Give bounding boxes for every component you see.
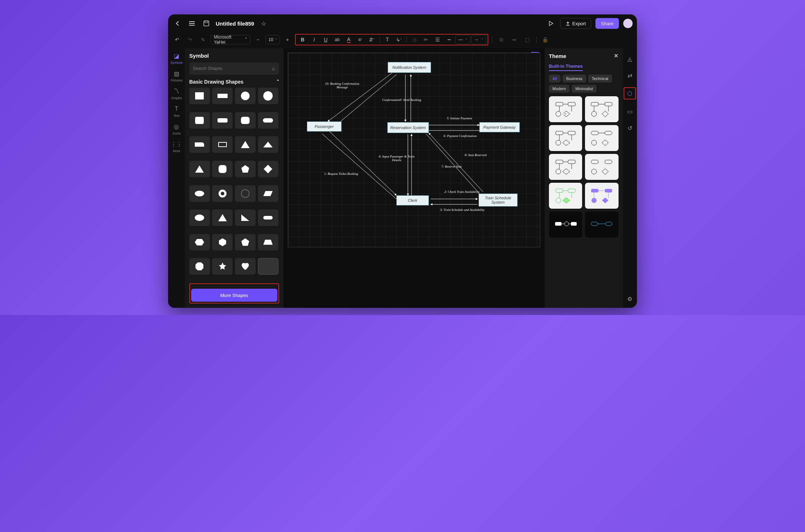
shape-right-triangle[interactable]: [235, 209, 255, 226]
theme-card[interactable]: [585, 212, 618, 238]
shape-ellipse[interactable]: [189, 185, 210, 202]
line-end-select[interactable]: → ˅: [471, 35, 486, 44]
bold-button[interactable]: B: [297, 35, 308, 44]
shape-diamond[interactable]: [258, 161, 278, 177]
shape-triangle-up[interactable]: [189, 161, 210, 177]
italic-button[interactable]: I: [309, 35, 320, 44]
rail-text[interactable]: TText: [169, 105, 184, 118]
history-icon[interactable]: ↺: [625, 123, 634, 133]
shape-octagon[interactable]: [189, 258, 210, 275]
align-horizontal-button[interactable]: ≡˅: [355, 35, 366, 44]
theme-card[interactable]: [549, 154, 582, 180]
lock-button[interactable]: 🔒˅: [540, 35, 551, 44]
shape-triangle-2[interactable]: [212, 209, 233, 226]
shape-ellipse-2[interactable]: [189, 209, 210, 226]
settings-icon[interactable]: ⚙: [625, 294, 634, 303]
text-tool-button[interactable]: T: [382, 35, 393, 44]
chip-modern[interactable]: Modern: [549, 85, 569, 93]
present-icon[interactable]: ▭: [625, 107, 634, 116]
theme-card[interactable]: [585, 183, 618, 209]
node-reservation[interactable]: Reservation System: [387, 122, 429, 133]
shape-triangle-wide[interactable]: [258, 136, 278, 153]
node-passenger[interactable]: Passenger: [307, 121, 342, 132]
search-input[interactable]: [193, 66, 272, 71]
arrange-button[interactable]: ▢: [522, 35, 533, 44]
undo-button[interactable]: ↶: [172, 35, 182, 44]
shape-hexagon-2[interactable]: [212, 234, 233, 251]
search-shapes[interactable]: ⌕: [189, 62, 279, 75]
shape-ellipse-filled[interactable]: [258, 88, 278, 104]
shape-stadium[interactable]: [258, 209, 278, 226]
shape-star[interactable]: [212, 258, 233, 275]
back-button[interactable]: [172, 18, 182, 28]
shape-circle-outline[interactable]: [235, 185, 255, 202]
theme-card[interactable]: [585, 154, 618, 180]
underline-button[interactable]: U: [320, 35, 331, 44]
shape-rounded-square[interactable]: [189, 112, 210, 129]
canvas-area[interactable]: ⫽: [283, 48, 545, 308]
font-color-button[interactable]: A: [343, 35, 354, 44]
node-schedule[interactable]: Train Schedule System: [479, 194, 518, 207]
shape-square[interactable]: [189, 88, 210, 104]
font-size-increase[interactable]: +: [282, 35, 293, 44]
theme-card[interactable]: [549, 183, 582, 209]
play-button[interactable]: [546, 18, 556, 28]
shape-rectangle[interactable]: [212, 88, 233, 104]
theme-tool-icon[interactable]: ⬡: [625, 89, 634, 98]
line-start-select[interactable]: — ˅: [455, 35, 470, 44]
font-family-select[interactable]: Microsoft YaHei ˅: [211, 35, 250, 44]
avatar[interactable]: [623, 19, 633, 28]
node-notification[interactable]: Notification System: [388, 62, 431, 73]
rail-pictures[interactable]: ▧Pictures: [169, 70, 184, 82]
node-clerk[interactable]: Clerk: [396, 195, 429, 205]
align-objects-button[interactable]: ⇔: [509, 35, 520, 44]
line-weight-button[interactable]: ☰: [432, 35, 443, 44]
export-button[interactable]: Export: [560, 18, 591, 29]
shape-octagon-rounded[interactable]: [212, 161, 233, 177]
rail-symbols[interactable]: ◪Symbols: [169, 52, 184, 65]
theme-card[interactable]: [549, 212, 582, 238]
node-payment[interactable]: Payment Gateway: [479, 122, 520, 132]
chip-minimalist[interactable]: Minimalist: [572, 85, 597, 93]
align-vertical-button[interactable]: ⇵˅: [366, 35, 377, 44]
theme-card[interactable]: [585, 96, 618, 122]
shape-empty[interactable]: [258, 258, 278, 275]
lowercase-button[interactable]: ab: [332, 35, 343, 44]
swap-icon[interactable]: ⇄: [625, 71, 634, 80]
shapes-section-header[interactable]: Basic Drawing Shapes ˄: [189, 79, 279, 85]
font-size-decrease[interactable]: −: [252, 35, 263, 44]
theme-card[interactable]: [549, 125, 582, 151]
shape-parallelogram[interactable]: [258, 185, 278, 202]
format-painter-button[interactable]: ✎: [198, 35, 208, 44]
redo-button[interactable]: ↷: [185, 35, 195, 44]
chip-technical[interactable]: Technical: [588, 75, 612, 83]
rail-graphs[interactable]: 〽Graphs: [169, 87, 184, 100]
close-icon[interactable]: ✕: [614, 53, 619, 59]
rail-more[interactable]: ⋮⋮More: [169, 140, 184, 153]
shape-heart[interactable]: [235, 258, 255, 275]
theme-tab-builtin[interactable]: Built-in Themes: [549, 64, 583, 71]
diagram-sheet[interactable]: Notification System Passenger Reservatio…: [288, 53, 540, 247]
fill-button[interactable]: ◇: [409, 35, 420, 44]
chip-business[interactable]: Business: [563, 75, 586, 83]
shape-pentagon-2[interactable]: [235, 234, 255, 251]
save-icon[interactable]: [201, 18, 211, 28]
shape-circle[interactable]: [235, 88, 255, 104]
favorite-button[interactable]: ☆: [259, 18, 269, 28]
shape-donut[interactable]: [212, 185, 233, 202]
shape-triangle[interactable]: [235, 136, 255, 153]
shape-tab[interactable]: [189, 136, 210, 153]
shape-hexagon[interactable]: [189, 234, 210, 251]
shape-rounded-rect-2[interactable]: [258, 112, 278, 129]
shape-rounded-rect[interactable]: [212, 112, 233, 129]
shape-pentagon[interactable]: [235, 161, 255, 177]
font-size-input[interactable]: 10 ˅: [265, 35, 280, 44]
theme-card[interactable]: [549, 96, 582, 122]
shape-trapezoid[interactable]: [258, 234, 278, 251]
shape-rounded-square-2[interactable]: [235, 112, 255, 129]
more-shapes-button[interactable]: More Shapes: [191, 289, 277, 302]
share-button[interactable]: Share: [595, 18, 619, 29]
fill-tool-icon[interactable]: ◬: [625, 54, 634, 63]
menu-button[interactable]: [187, 18, 197, 28]
line-dash-button[interactable]: ┅: [444, 35, 454, 44]
